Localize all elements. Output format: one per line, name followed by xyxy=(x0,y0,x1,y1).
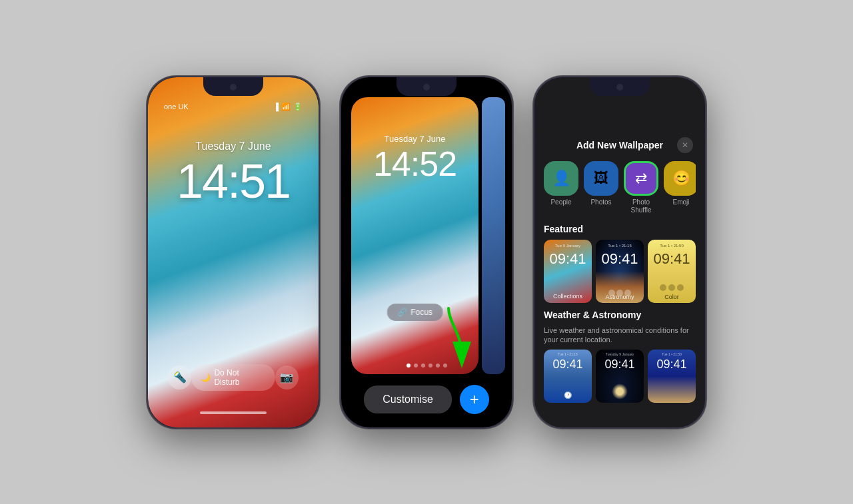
scene: one UK ▐ 📶 🔋 Tuesday 7 June 14:51 🔦 🌙 Do… xyxy=(133,63,720,442)
color-label: Color xyxy=(648,294,696,300)
thumb-collections[interactable]: Tue 9 January 09:41 Collections xyxy=(544,240,592,303)
panel-title: Add New Wallpaper xyxy=(562,140,677,150)
dnd-label: Do Not Disturb xyxy=(214,368,265,387)
wifi-icon: 📶 xyxy=(281,103,291,111)
lock-date: Tuesday 7 June xyxy=(148,140,319,152)
bottom-bar: Customise + xyxy=(341,385,512,414)
weather-thumb-2[interactable]: Tuesday 9 January 09:41 xyxy=(596,350,644,403)
status-icons: ▐ 📶 🔋 xyxy=(273,103,303,111)
customise-button[interactable]: Customise xyxy=(364,385,452,413)
type-people[interactable]: 👤 People xyxy=(544,161,578,214)
photos-label: Photos xyxy=(590,198,611,206)
home-indicator xyxy=(200,411,267,414)
phone-1: one UK ▐ 📶 🔋 Tuesday 7 June 14:51 🔦 🌙 Do… xyxy=(147,76,320,429)
weather-subtitle: Live weather and astronomical conditions… xyxy=(544,326,696,345)
astronomy-label: Astronomy xyxy=(596,294,644,300)
dot-1 xyxy=(407,364,411,368)
weather-thumb-3[interactable]: Tue 1 • 21:50 09:41 xyxy=(648,350,696,403)
phone-3: Add New Wallpaper ✕ 👤 People xyxy=(533,76,706,429)
status-bar: one UK ▐ 📶 🔋 xyxy=(148,103,319,111)
featured-thumbnails: Tue 9 January 09:41 Collections Tue 1 • … xyxy=(544,240,696,303)
collections-label: Collections xyxy=(544,293,592,300)
bottom-bar: 🔦 🌙 Do Not Disturb 📷 xyxy=(148,364,319,391)
phone-1-screen: one UK ▐ 📶 🔋 Tuesday 7 June 14:51 🔦 🌙 Do… xyxy=(148,77,319,427)
type-emoji[interactable]: 😊 Emoji xyxy=(664,161,696,214)
phone-2-bg: Tuesday 7 June 14:52 🔗 Focus xyxy=(341,77,512,427)
focus-label: Focus xyxy=(411,308,432,317)
lock-time: 14:51 xyxy=(148,154,319,208)
carrier-label: one UK xyxy=(164,103,189,111)
focus-icon: 🔗 xyxy=(397,308,407,317)
signal-icon: ▐ xyxy=(273,103,279,111)
photo-shuffle-icon-circle: ⇄ xyxy=(624,161,658,196)
close-icon: ✕ xyxy=(682,140,688,150)
panel-header: Add New Wallpaper ✕ xyxy=(544,137,696,153)
green-arrow xyxy=(435,308,475,364)
weather-title: Weather & Astronomy xyxy=(544,310,696,320)
type-photo-shuffle[interactable]: ⇄ PhotoShuffle xyxy=(624,161,658,214)
flashlight-button[interactable]: 🔦 xyxy=(168,366,191,389)
emoji-icon-circle: 😊 xyxy=(664,161,696,196)
dnd-button[interactable]: 🌙 Do Not Disturb xyxy=(191,364,275,391)
preview-date: Tuesday 7 June xyxy=(351,134,478,144)
type-photos[interactable]: 🖼 Photos xyxy=(584,161,618,214)
page-dots xyxy=(341,364,512,368)
photo-shuffle-label: PhotoShuffle xyxy=(631,198,652,214)
featured-title: Featured xyxy=(544,224,696,234)
photos-icon-circle: 🖼 xyxy=(584,161,618,196)
people-icon-circle: 👤 xyxy=(544,161,578,196)
people-label: People xyxy=(550,198,571,206)
preview-time: 14:52 xyxy=(351,144,478,184)
camera-button[interactable]: 📷 xyxy=(275,366,299,389)
add-button[interactable]: + xyxy=(460,385,489,414)
phone-3-screen: Add New Wallpaper ✕ 👤 People xyxy=(534,77,705,427)
phone-1-wallpaper: one UK ▐ 📶 🔋 Tuesday 7 June 14:51 🔦 🌙 Do… xyxy=(148,77,319,427)
moon-icon: 🌙 xyxy=(201,373,211,382)
phone-2: Tuesday 7 June 14:52 🔗 Focus xyxy=(340,76,513,429)
dot-4 xyxy=(428,364,432,368)
wallpaper-type-icons: 👤 People 🖼 Photos xyxy=(544,161,696,214)
dot-3 xyxy=(421,364,425,368)
side-preview xyxy=(482,97,505,374)
battery-icon: 🔋 xyxy=(293,103,303,111)
phone-2-screen: Tuesday 7 June 14:52 🔗 Focus xyxy=(341,77,512,427)
notch xyxy=(593,77,646,95)
close-button[interactable]: ✕ xyxy=(677,137,693,153)
emoji-label: Emoji xyxy=(672,198,689,206)
wallpaper-panel: Add New Wallpaper ✕ 👤 People xyxy=(534,130,705,427)
weather-thumbnails: Tue 1 • 21:15 09:41 🕐 Tuesday 9 January … xyxy=(544,350,696,403)
plus-icon: + xyxy=(470,390,479,409)
thumb-astronomy[interactable]: Tue 1 • 21:15 09:41 Astronomy xyxy=(596,240,644,303)
weather-thumb-1[interactable]: Tue 1 • 21:15 09:41 🕐 xyxy=(544,350,592,403)
dot-2 xyxy=(414,364,418,368)
phone-3-bg: Add New Wallpaper ✕ 👤 People xyxy=(534,77,705,427)
thumb-color[interactable]: Tue 1 • 21:50 09:41 Color xyxy=(648,240,696,303)
